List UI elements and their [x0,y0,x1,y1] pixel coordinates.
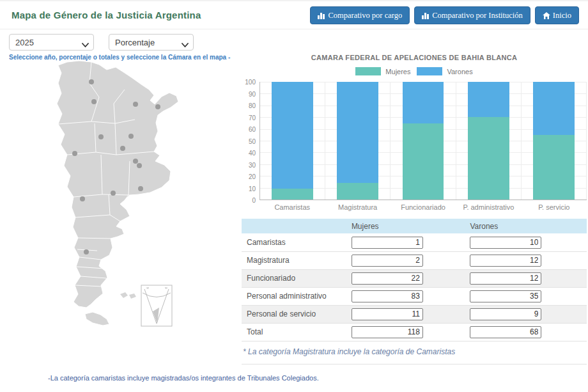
cell-mujeres [350,233,468,251]
row-label: Personal de servicio [242,305,350,323]
map-marker[interactable] [128,134,134,139]
bar-segment-mujeres[interactable] [468,117,509,200]
inicio-button[interactable]: Inicio [535,6,579,24]
right-panel: CAMARA FEDERAL DE APELACIONES DE BAHIA B… [242,54,587,365]
table-row: Personal administrativo [242,287,587,305]
table-header-varones: Varones [468,219,587,233]
varones-input[interactable] [470,326,541,338]
bar-segment-mujeres[interactable] [337,183,378,200]
legend-swatch-mujeres [355,67,381,75]
mujeres-input[interactable] [352,255,423,267]
map-marker[interactable] [111,191,116,196]
bar-chart-icon [318,12,325,19]
map-marker[interactable] [120,146,125,151]
mujeres-input[interactable] [352,237,423,249]
tierra-del-fuego[interactable] [85,312,109,325]
header-buttons: Comparativo por cargo Comparativo por In… [310,6,579,24]
y-tick-label: 20 [249,173,256,180]
map-marker[interactable] [84,249,89,255]
bar-slot [522,82,587,200]
map-marker[interactable] [133,159,138,164]
map-marker[interactable] [89,79,94,84]
varones-input[interactable] [470,308,541,320]
varones-input[interactable] [470,255,541,267]
mode-select[interactable]: Porcentaje [109,34,194,51]
button-label: Comparativo por cargo [328,11,402,20]
varones-input[interactable] [470,272,541,285]
cell-mujeres [350,323,468,341]
button-label: Comparativo por Institución [432,11,523,20]
cell-mujeres [350,287,468,305]
chart-plot: 1009080706050403020100 [242,82,587,200]
varones-input[interactable] [470,237,541,249]
map-marker[interactable] [98,134,104,139]
table-row: Funcionariado [242,269,587,287]
table-row: Personal de servicio [242,305,587,323]
chart-legend: MujeresVarones [242,67,587,75]
x-axis-label: P. servicio [522,203,587,211]
row-label: Camaristas [242,233,350,251]
x-axis-label: Magistratura [325,203,390,211]
y-tick-label: 60 [249,126,256,133]
comparativo-por-cargo-button[interactable]: Comparativo por cargo [310,6,410,24]
bar-segment-varones[interactable] [272,82,313,189]
bar-segment-varones[interactable] [533,82,575,135]
bar-segment-varones[interactable] [403,82,444,123]
row-label: Total [242,323,350,341]
map-marker[interactable] [72,151,77,156]
stacked-bar[interactable] [468,82,509,200]
legend-swatch-varones [417,67,442,75]
map-marker[interactable] [133,102,138,107]
bar-slot [260,82,325,200]
stacked-bar[interactable] [533,82,575,200]
cell-mujeres [350,251,468,269]
map-marker[interactable] [138,186,143,191]
table-row: Total [242,323,587,341]
chart-title: CAMARA FEDERAL DE APELACIONES DE BAHIA B… [242,54,587,61]
argentina-map[interactable] [38,58,198,365]
mujeres-input[interactable] [352,308,423,320]
y-tick-label: 40 [249,150,256,157]
bar-segment-mujeres[interactable] [403,123,444,200]
bar-segment-varones[interactable] [337,82,378,183]
mujeres-input[interactable] [352,290,423,302]
bar-segment-varones[interactable] [468,82,509,117]
cell-varones [468,269,587,287]
page-title: Mapa de Género de la Justicia Argentina [12,10,201,20]
cell-varones [468,287,587,305]
home-icon [543,12,550,19]
stacked-bar[interactable] [337,82,378,200]
stacked-bar[interactable] [403,82,444,200]
bar-segment-mujeres[interactable] [533,135,575,200]
mujeres-input[interactable] [352,272,423,285]
cell-varones [468,233,587,251]
map-marker[interactable] [80,196,85,201]
mujeres-input[interactable] [352,326,423,338]
islas-malvinas[interactable] [120,292,136,299]
bar-slot [456,82,522,200]
table-row: Magistratura [242,251,587,269]
y-tick-label: 30 [249,161,256,168]
chart-bars-area [259,82,587,200]
bar-chart-icon [422,12,429,19]
bar-slot [325,82,391,200]
footer-note: -La categoría camaristas incluye magistr… [48,374,319,382]
table-body: CamaristasMagistraturaFuncionariadoPerso… [242,233,587,341]
map-marker[interactable] [91,99,97,104]
mode-select-wrap: Porcentaje [109,34,194,51]
stacked-bar[interactable] [272,82,313,200]
cell-mujeres [350,269,468,287]
map-marker[interactable] [155,104,160,109]
cell-varones [468,251,587,269]
chart-bars [260,82,587,200]
year-select[interactable]: 2025 [9,34,94,51]
antarctica-inset [141,285,172,326]
bar-segment-mujeres[interactable] [272,189,313,200]
varones-input[interactable] [470,290,541,302]
row-label: Funcionariado [242,269,350,287]
map-marker[interactable] [137,163,142,168]
argentina-map-svg[interactable] [38,58,198,365]
x-axis-labels: CamaristasMagistraturaFuncionariadoP. ad… [259,203,587,211]
argentina-mainland[interactable] [57,61,178,308]
comparativo-por-institucion-button[interactable]: Comparativo por Institución [414,6,530,24]
